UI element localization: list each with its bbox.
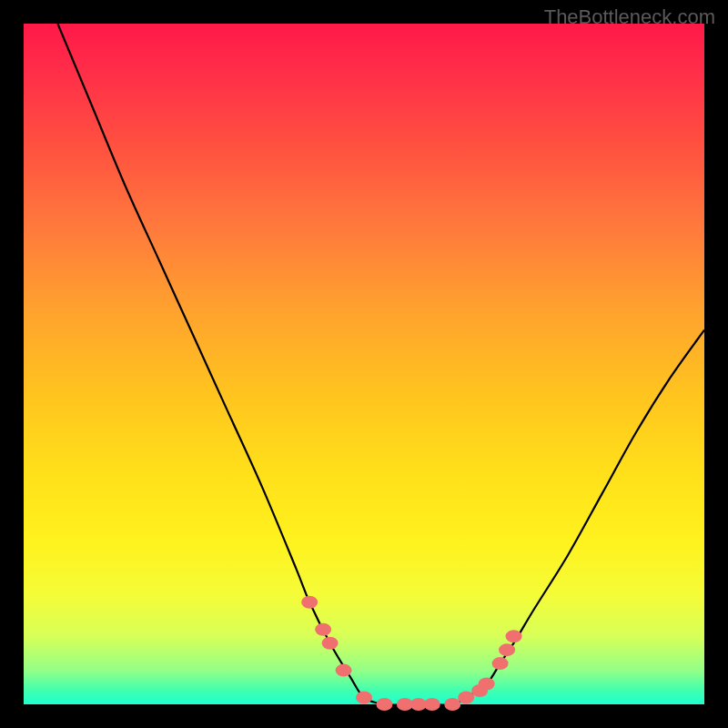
marker-point — [336, 664, 352, 677]
marker-point — [479, 678, 495, 691]
marker-point — [322, 637, 339, 650]
marker-point — [315, 623, 331, 636]
marker-point — [499, 643, 515, 656]
marker-point — [301, 596, 318, 609]
marker-point — [424, 698, 440, 711]
plot-area — [24, 24, 704, 704]
chart-svg — [24, 24, 704, 704]
marker-point — [376, 698, 392, 711]
highlight-markers — [301, 596, 521, 711]
marker-point — [458, 692, 474, 704]
watermark-text: TheBottleneck.com — [544, 5, 715, 29]
marker-point — [506, 630, 522, 642]
marker-point — [492, 657, 509, 670]
marker-point — [444, 698, 460, 711]
bottleneck-curve — [57, 24, 704, 705]
marker-point — [356, 692, 372, 704]
